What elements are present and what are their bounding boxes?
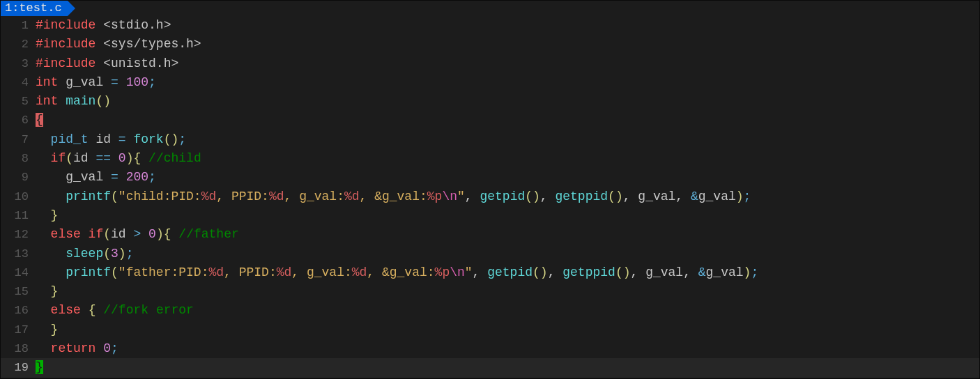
code-content[interactable]: g_val = 200; (33, 168, 979, 187)
code-line[interactable]: 8 if(id == 0){ //child (1, 149, 979, 168)
code-content[interactable]: if(id == 0){ //child (33, 149, 979, 168)
tab-active[interactable]: 1: test.c (1, 1, 68, 16)
tab-index: 1 (5, 1, 12, 15)
line-number: 4 (1, 73, 33, 92)
code-content[interactable]: pid_t id = fork(); (33, 130, 979, 149)
code-line[interactable]: 1 #include <stdio.h> (1, 16, 979, 35)
code-line[interactable]: 13 sleep(3); (1, 245, 979, 263)
line-number: 6 (1, 111, 33, 130)
brace-match-close: } (36, 360, 43, 374)
code-content[interactable]: } (33, 206, 979, 225)
line-number: 18 (1, 339, 33, 358)
line-number: 13 (1, 245, 33, 263)
line-number: 12 (1, 225, 33, 244)
code-content[interactable]: { (33, 111, 979, 130)
line-number: 15 (1, 282, 33, 301)
code-line[interactable]: 18 return 0; (1, 339, 979, 358)
code-content[interactable]: printf("father:PID:%d, PPID:%d, g_val:%d… (33, 263, 979, 282)
code-line[interactable]: 9 g_val = 200; (1, 168, 979, 187)
tab-filename: test.c (19, 1, 61, 15)
line-number: 7 (1, 130, 33, 149)
line-number: 8 (1, 149, 33, 168)
code-line[interactable]: 16 else { //fork error (1, 301, 979, 320)
brace-match-open: { (36, 113, 43, 127)
code-content[interactable]: } (33, 282, 979, 301)
code-content[interactable]: } (33, 358, 979, 377)
code-content[interactable]: return 0; (33, 339, 979, 358)
code-line[interactable]: 3 #include <unistd.h> (1, 54, 979, 73)
line-number: 9 (1, 168, 33, 187)
code-content[interactable]: else if(id > 0){ //father (33, 225, 979, 244)
line-number: 19 (1, 358, 33, 377)
code-line[interactable]: 6 { (1, 111, 979, 130)
code-line[interactable]: 12 else if(id > 0){ //father (1, 225, 979, 244)
code-content[interactable]: #include <unistd.h> (33, 54, 979, 73)
line-number: 16 (1, 301, 33, 320)
line-number: 10 (1, 187, 33, 206)
tab-sep: : (12, 1, 19, 15)
code-content[interactable]: #include <stdio.h> (33, 16, 979, 35)
line-number: 17 (1, 320, 33, 339)
line-number: 2 (1, 35, 33, 54)
code-content[interactable]: printf("child:PID:%d, PPID:%d, g_val:%d,… (33, 187, 979, 206)
tab-bar: 1: test.c (1, 1, 979, 16)
code-content[interactable]: } (33, 320, 979, 339)
code-content[interactable]: int main() (33, 92, 979, 111)
code-line[interactable]: 10 printf("child:PID:%d, PPID:%d, g_val:… (1, 187, 979, 206)
code-line[interactable]: 11 } (1, 206, 979, 225)
code-line-current[interactable]: 19 } (1, 358, 979, 377)
code-content[interactable]: sleep(3); (33, 245, 979, 263)
line-number: 11 (1, 206, 33, 225)
code-content[interactable]: else { //fork error (33, 301, 979, 320)
code-line[interactable]: 5 int main() (1, 92, 979, 111)
code-editor[interactable]: 1 #include <stdio.h> 2 #include <sys/typ… (1, 16, 979, 378)
code-line[interactable]: 7 pid_t id = fork(); (1, 130, 979, 149)
code-line[interactable]: 14 printf("father:PID:%d, PPID:%d, g_val… (1, 263, 979, 282)
code-line[interactable]: 4 int g_val = 100; (1, 73, 979, 92)
code-line[interactable]: 15 } (1, 282, 979, 301)
code-content[interactable]: int g_val = 100; (33, 73, 979, 92)
code-line[interactable]: 17 } (1, 320, 979, 339)
code-content[interactable]: #include <sys/types.h> (33, 35, 979, 54)
line-number: 5 (1, 92, 33, 111)
line-number: 3 (1, 54, 33, 73)
code-line[interactable]: 2 #include <sys/types.h> (1, 35, 979, 54)
line-number: 14 (1, 263, 33, 282)
line-number: 1 (1, 16, 33, 35)
